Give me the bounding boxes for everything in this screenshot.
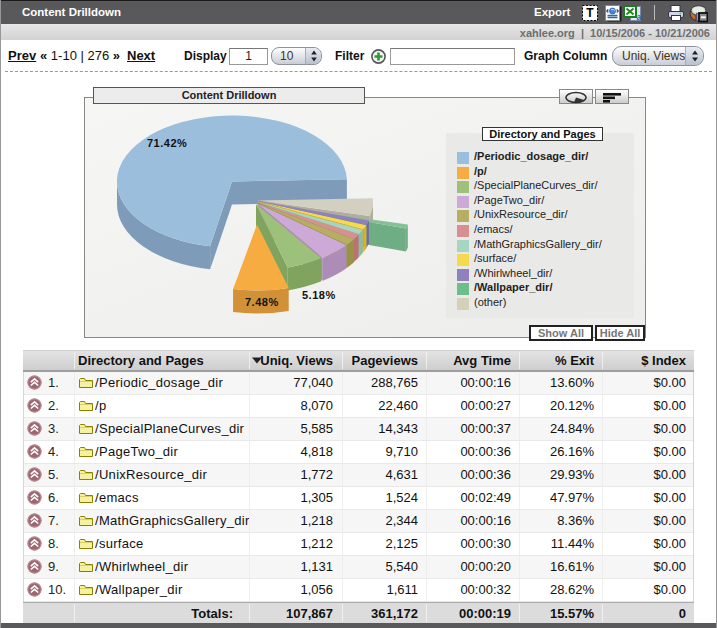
- svg-text:71.42%: 71.42%: [147, 137, 187, 149]
- svg-text:7.48%: 7.48%: [245, 296, 279, 308]
- svg-text:T: T: [586, 6, 594, 20]
- svg-text:5.18%: 5.18%: [302, 289, 336, 301]
- svg-text:a: a: [637, 12, 642, 22]
